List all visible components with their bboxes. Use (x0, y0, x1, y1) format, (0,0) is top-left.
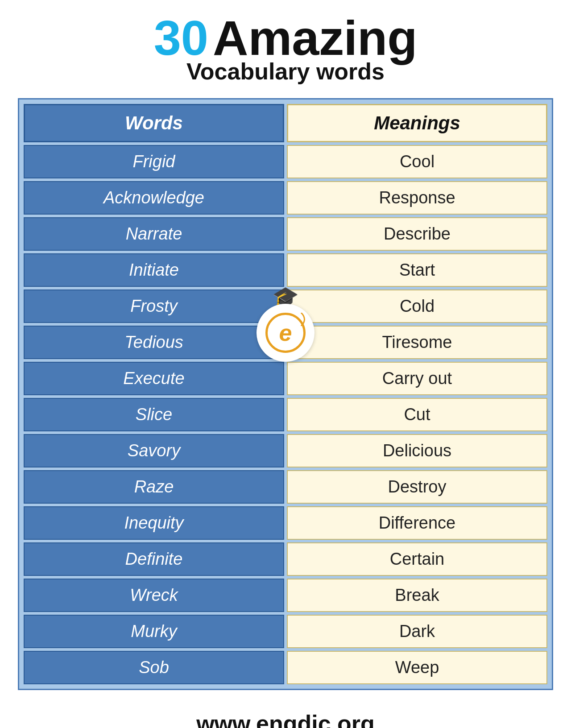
meaning-cell: Difference (287, 506, 547, 540)
word-cell: Wreck (24, 579, 284, 612)
table-grid: Words Meanings FrigidCoolAcknowledgeResp… (24, 104, 547, 684)
word-cell: Frosty (24, 290, 284, 323)
word-cell: Initiate (24, 253, 284, 287)
word-cell: Raze (24, 470, 284, 504)
meaning-cell: Cut (287, 398, 547, 431)
meaning-cell: Cold (287, 290, 547, 323)
page-header: 30 Amazing Vocabulary words (0, 0, 571, 94)
word-cell: Slice (24, 398, 284, 431)
title-row: 30 Amazing (154, 13, 418, 62)
meaning-cell: Break (287, 579, 547, 612)
footer-url: www.engdic.org (196, 711, 375, 728)
word-cell: Definite (24, 542, 284, 576)
footer: www.engdic.org (0, 699, 571, 728)
meaning-cell: Start (287, 253, 547, 287)
words-header: Words (24, 104, 284, 142)
title-subtitle: Vocabulary words (186, 58, 385, 85)
meaning-cell: Destroy (287, 470, 547, 504)
word-cell: Tedious (24, 326, 284, 359)
word-cell: Execute (24, 362, 284, 395)
word-cell: Narrate (24, 217, 284, 251)
meaning-cell: Certain (287, 542, 547, 576)
meanings-header: Meanings (287, 104, 547, 142)
meaning-cell: Weep (287, 651, 547, 684)
meaning-cell: Describe (287, 217, 547, 251)
word-cell: Acknowledge (24, 181, 284, 215)
meaning-cell: Cool (287, 145, 547, 178)
vocabulary-table: Words Meanings FrigidCoolAcknowledgeResp… (18, 98, 553, 690)
word-cell: Murky (24, 615, 284, 648)
meaning-cell: Tiresome (287, 326, 547, 359)
word-cell: Frigid (24, 145, 284, 178)
meaning-cell: Carry out (287, 362, 547, 395)
meaning-cell: Dark (287, 615, 547, 648)
word-cell: Sob (24, 651, 284, 684)
title-amazing: Amazing (213, 13, 417, 62)
word-cell: Inequity (24, 506, 284, 540)
meaning-cell: Delicious (287, 434, 547, 467)
word-cell: Savory (24, 434, 284, 467)
meaning-cell: Response (287, 181, 547, 215)
title-number: 30 (154, 13, 208, 62)
